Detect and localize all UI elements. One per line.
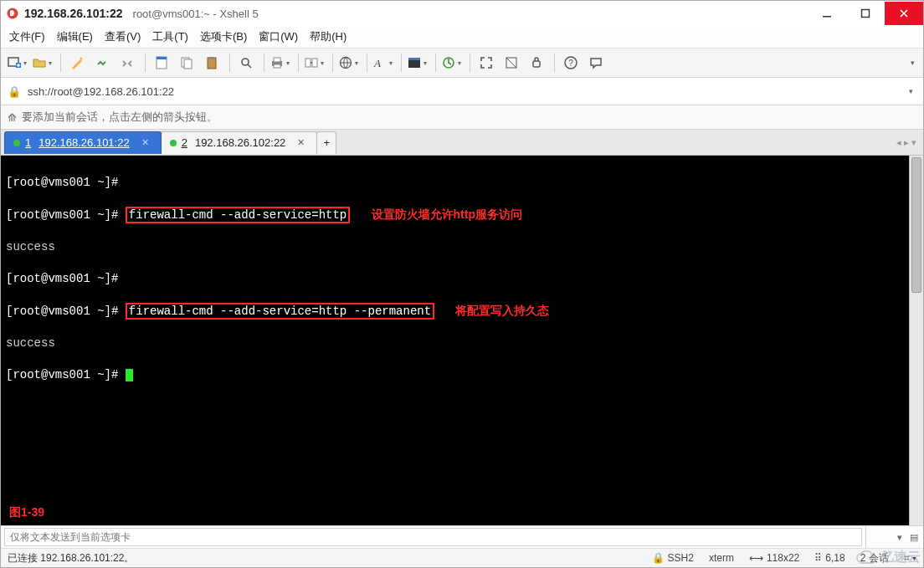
menu-help[interactable]: 帮助(H)	[310, 29, 346, 44]
toolbar-separator	[332, 54, 333, 72]
status-connected: 已连接 192.168.26.101:22。	[8, 551, 134, 565]
status-bar: 已连接 192.168.26.101:22。 🔒 SSH2 xterm ⟷ 11…	[1, 548, 923, 567]
color-scheme-icon[interactable]: ▾	[406, 51, 429, 74]
properties-icon[interactable]	[150, 51, 173, 74]
svg-rect-16	[305, 59, 311, 67]
toolbar-separator	[401, 54, 402, 72]
address-overflow-icon[interactable]: ▾	[905, 87, 916, 95]
command-boxed: firewall-cmd --add-service=http	[126, 207, 350, 223]
address-url[interactable]: ssh://root@192.168.26.101:22	[28, 85, 174, 98]
menu-view[interactable]: 查看(V)	[105, 29, 141, 44]
copy-icon[interactable]	[175, 51, 198, 74]
address-bar: 🔒 ssh://root@192.168.26.101:22 ▾	[1, 78, 923, 105]
wizard-icon[interactable]	[65, 51, 89, 74]
toolbar: ▾ ▾ ▾ ▾ ▾ A▾ ▾ ▾ ? ▾	[1, 49, 923, 78]
close-button[interactable]	[885, 2, 923, 25]
cursor	[126, 369, 133, 381]
tab-label: 192.168.26.101:22	[38, 136, 129, 149]
tab-close-icon[interactable]: ✕	[141, 137, 149, 148]
menu-file[interactable]: 文件(F)	[9, 29, 45, 44]
lock-icon: 🔒	[8, 85, 21, 98]
toolbar-separator	[229, 54, 230, 72]
toolbar-separator	[367, 54, 367, 72]
toolbar-separator	[554, 54, 555, 72]
menu-edit[interactable]: 编辑(E)	[57, 29, 93, 44]
terminal[interactable]: [root@vms001 ~]# [root@vms001 ~]# firewa…	[1, 156, 909, 525]
prompt: [root@vms001 ~]#	[6, 208, 118, 222]
maximize-button[interactable]	[846, 2, 885, 25]
tab-label: 192.168.26.102:22	[195, 136, 285, 149]
annotation: 将配置写入持久态	[455, 304, 549, 317]
prompt: [root@vms001 ~]#	[6, 368, 118, 381]
toolbar-overflow-icon[interactable]: ▾	[906, 59, 918, 67]
minimize-button[interactable]	[808, 2, 846, 25]
session-tab-2[interactable]: 2 192.168.26.102:22 ✕	[161, 131, 318, 154]
annotation: 设置防火墙允许http服务访问	[372, 207, 522, 221]
figure-label: 图1-39	[9, 504, 44, 520]
menu-bar: 文件(F) 编辑(E) 查看(V) 工具(T) 选项卡(B) 窗口(W) 帮助(…	[1, 26, 923, 49]
tab-nav[interactable]: ◂ ▸ ▾	[896, 137, 920, 148]
svg-rect-15	[274, 64, 280, 68]
toolbar-separator	[60, 54, 61, 72]
paste-icon[interactable]	[200, 51, 223, 74]
svg-rect-9	[184, 59, 192, 69]
tab-index: 1	[25, 136, 31, 149]
svg-point-12	[242, 59, 249, 65]
disconnect-icon[interactable]	[116, 51, 139, 74]
prompt: [root@vms001 ~]#	[6, 176, 118, 189]
prompt: [root@vms001 ~]#	[6, 304, 118, 318]
send-options[interactable]: ▾ ▤	[865, 526, 923, 548]
help-icon[interactable]: ?	[559, 51, 583, 74]
tab-add-button[interactable]: +	[316, 131, 336, 154]
command-boxed: firewall-cmd --add-service=http --perman…	[126, 303, 434, 320]
svg-rect-14	[274, 58, 280, 62]
print-icon[interactable]: ▾	[269, 51, 292, 74]
terminal-scrollbar[interactable]	[909, 156, 923, 525]
svg-rect-21	[408, 58, 420, 60]
hint-bar: ⟰ 要添加当前会话，点击左侧的箭头按钮。	[1, 105, 923, 130]
hint-arrow-icon[interactable]: ⟰	[8, 111, 17, 124]
reconnect-icon[interactable]	[90, 51, 114, 74]
send-bar: ▾ ▤	[1, 525, 923, 548]
tab-strip: 1 192.168.26.101:22 ✕ 2 192.168.26.102:2…	[1, 130, 923, 156]
session-tab-1[interactable]: 1 192.168.26.101:22 ✕	[4, 131, 162, 154]
font-icon[interactable]: A▾	[372, 51, 395, 74]
status-grip-icon: ⌗ ▾	[904, 552, 916, 564]
toolbar-separator	[470, 54, 470, 72]
svg-text:?: ?	[568, 59, 573, 68]
feedback-icon[interactable]	[584, 51, 608, 74]
menu-tools[interactable]: 工具(T)	[152, 29, 188, 44]
title-bar: 192.168.26.101:22 root@vms001:~ - Xshell…	[1, 1, 923, 26]
menu-tabs[interactable]: 选项卡(B)	[200, 29, 247, 44]
menu-window[interactable]: 窗口(W)	[259, 29, 298, 44]
transparent-icon[interactable]	[500, 51, 523, 74]
status-dot-icon	[170, 140, 177, 146]
svg-rect-24	[533, 61, 540, 67]
new-session-icon[interactable]: ▾	[6, 51, 29, 74]
svg-text:A: A	[373, 57, 381, 69]
status-protocol: 🔒 SSH2	[652, 552, 694, 564]
app-icon	[6, 7, 19, 20]
toolbar-separator	[298, 54, 299, 72]
tab-index: 2	[182, 136, 187, 149]
title-suffix: root@vms001:~ - Xshell 5	[133, 8, 259, 20]
title-address: 192.168.26.101:22	[24, 7, 123, 20]
svg-rect-2	[862, 10, 870, 18]
scrollbar-thumb[interactable]	[911, 157, 921, 293]
svg-rect-11	[209, 57, 214, 59]
transfer-icon[interactable]: ▾	[303, 51, 326, 74]
encoding-icon[interactable]: ▾	[337, 51, 361, 74]
toolbar-separator	[435, 54, 436, 72]
open-icon[interactable]: ▾	[31, 51, 54, 74]
script-icon[interactable]: ▾	[440, 51, 464, 74]
find-icon[interactable]	[234, 51, 258, 74]
toolbar-separator	[264, 54, 264, 72]
always-on-top-icon[interactable]	[525, 51, 548, 74]
status-dot-icon	[13, 140, 20, 146]
svg-rect-1	[823, 16, 831, 18]
tab-close-icon[interactable]: ✕	[297, 137, 305, 148]
status-term: xterm	[709, 552, 734, 564]
hint-text: 要添加当前会话，点击左侧的箭头按钮。	[22, 110, 218, 125]
compose-input[interactable]	[4, 528, 862, 546]
fullscreen-icon[interactable]	[475, 51, 498, 74]
